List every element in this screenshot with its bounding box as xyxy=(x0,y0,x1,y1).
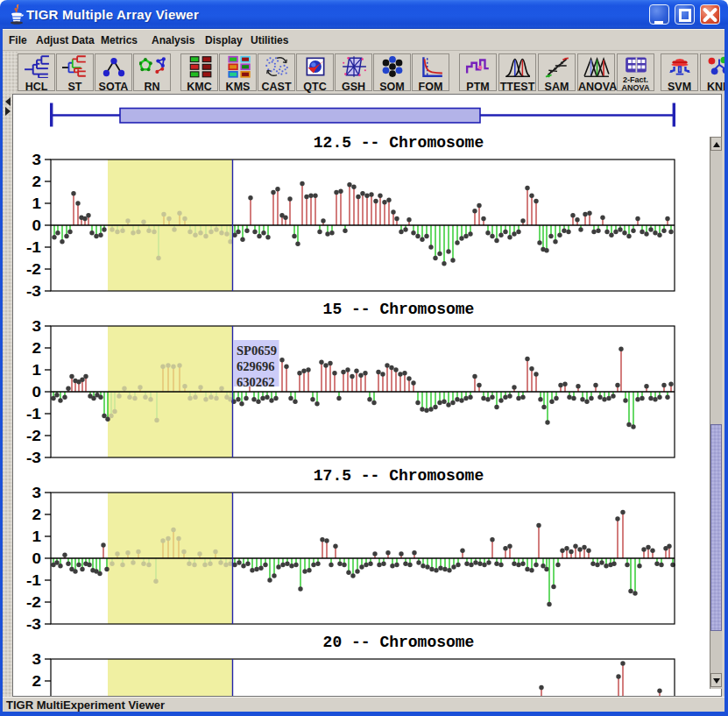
svg-text:-3: -3 xyxy=(26,284,41,299)
svg-text:1: 1 xyxy=(32,196,42,211)
svg-text:0: 0 xyxy=(32,385,42,400)
svg-text:-2: -2 xyxy=(26,595,41,610)
svg-text:12.5 -- Chromosome: 12.5 -- Chromosome xyxy=(314,134,484,152)
svg-text:629696: 629696 xyxy=(237,359,275,373)
svg-text:15 -- Chromosome: 15 -- Chromosome xyxy=(323,301,475,318)
svg-text:2: 2 xyxy=(32,507,42,522)
svg-text:20 -- Chromosome: 20 -- Chromosome xyxy=(323,634,475,651)
svg-text:2: 2 xyxy=(32,674,42,689)
svg-text:3: 3 xyxy=(32,486,42,500)
svg-text:0: 0 xyxy=(32,218,42,233)
svg-text:SP0659: SP0659 xyxy=(237,344,277,358)
svg-text:-2: -2 xyxy=(26,262,41,277)
svg-text:3: 3 xyxy=(32,652,42,667)
svg-text:1: 1 xyxy=(32,529,42,544)
svg-text:17.5 -- Chromosome: 17.5 -- Chromosome xyxy=(314,467,484,485)
svg-text:-1: -1 xyxy=(26,240,41,255)
svg-text:1: 1 xyxy=(32,363,42,378)
svg-text:3: 3 xyxy=(32,319,42,334)
svg-text:-3: -3 xyxy=(26,617,41,632)
svg-text:-1: -1 xyxy=(26,407,41,422)
svg-text:-1: -1 xyxy=(26,573,41,588)
svg-text:630262: 630262 xyxy=(237,375,275,389)
svg-text:3: 3 xyxy=(32,152,42,167)
svg-text:2: 2 xyxy=(32,174,42,189)
svg-text:-3: -3 xyxy=(26,450,41,465)
svg-text:2: 2 xyxy=(32,341,42,356)
svg-text:0: 0 xyxy=(32,551,42,566)
svg-text:-2: -2 xyxy=(26,429,41,443)
